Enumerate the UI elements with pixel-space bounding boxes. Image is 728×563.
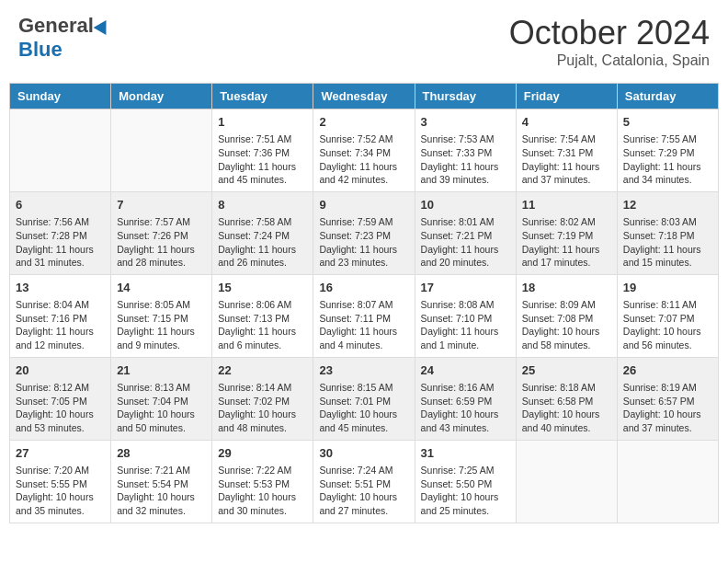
- calendar-week-row: 27Sunrise: 7:20 AM Sunset: 5:55 PM Dayli…: [10, 440, 719, 523]
- day-header-tuesday: Tuesday: [212, 84, 313, 109]
- logo-general-text: General: [18, 14, 94, 38]
- page-header: General Blue October 2024 Pujalt, Catalo…: [9, 9, 719, 74]
- day-info: Sunrise: 8:15 AM Sunset: 7:01 PM Dayligh…: [319, 381, 408, 435]
- day-number: 3: [421, 114, 510, 131]
- day-number: 4: [522, 114, 611, 131]
- location: Pujalt, Catalonia, Spain: [509, 52, 710, 69]
- calendar-day-cell: 5Sunrise: 7:55 AM Sunset: 7:29 PM Daylig…: [617, 109, 718, 192]
- day-info: Sunrise: 8:04 AM Sunset: 7:16 PM Dayligh…: [16, 298, 105, 352]
- day-info: Sunrise: 8:09 AM Sunset: 7:08 PM Dayligh…: [522, 298, 611, 352]
- calendar-day-cell: 18Sunrise: 8:09 AM Sunset: 7:08 PM Dayli…: [516, 274, 617, 357]
- day-number: 10: [421, 197, 510, 213]
- day-info: Sunrise: 8:11 AM Sunset: 7:07 PM Dayligh…: [623, 298, 712, 352]
- logo: General Blue: [18, 14, 110, 62]
- day-header-thursday: Thursday: [415, 84, 516, 109]
- calendar-day-cell: [516, 440, 617, 523]
- calendar-day-cell: 9Sunrise: 7:59 AM Sunset: 7:23 PM Daylig…: [313, 191, 415, 274]
- day-info: Sunrise: 8:07 AM Sunset: 7:11 PM Dayligh…: [319, 298, 408, 352]
- calendar-day-cell: 24Sunrise: 8:16 AM Sunset: 6:59 PM Dayli…: [415, 357, 516, 440]
- day-number: 7: [117, 197, 206, 213]
- day-info: Sunrise: 7:59 AM Sunset: 7:23 PM Dayligh…: [319, 215, 408, 270]
- day-info: Sunrise: 8:18 AM Sunset: 6:58 PM Dayligh…: [522, 381, 611, 435]
- day-info: Sunrise: 8:03 AM Sunset: 7:18 PM Dayligh…: [623, 215, 712, 270]
- calendar-day-cell: 2Sunrise: 7:52 AM Sunset: 7:34 PM Daylig…: [313, 109, 415, 192]
- day-info: Sunrise: 7:58 AM Sunset: 7:24 PM Dayligh…: [218, 215, 307, 270]
- day-number: 22: [218, 362, 307, 379]
- day-info: Sunrise: 7:52 AM Sunset: 7:34 PM Dayligh…: [319, 132, 408, 187]
- day-number: 30: [319, 445, 408, 462]
- day-number: 31: [421, 445, 510, 462]
- calendar-day-cell: 28Sunrise: 7:21 AM Sunset: 5:54 PM Dayli…: [111, 440, 212, 523]
- day-info: Sunrise: 8:06 AM Sunset: 7:13 PM Dayligh…: [218, 298, 307, 352]
- calendar-day-cell: 6Sunrise: 7:56 AM Sunset: 7:28 PM Daylig…: [10, 191, 111, 274]
- day-number: 20: [16, 362, 105, 379]
- day-number: 26: [623, 362, 712, 379]
- calendar-week-row: 6Sunrise: 7:56 AM Sunset: 7:28 PM Daylig…: [10, 191, 719, 274]
- calendar-day-cell: 22Sunrise: 8:14 AM Sunset: 7:02 PM Dayli…: [212, 357, 313, 440]
- day-info: Sunrise: 7:24 AM Sunset: 5:51 PM Dayligh…: [319, 464, 408, 518]
- calendar-day-cell: 21Sunrise: 8:13 AM Sunset: 7:04 PM Dayli…: [111, 357, 212, 440]
- calendar-day-cell: [111, 109, 212, 192]
- day-header-friday: Friday: [516, 84, 617, 109]
- day-info: Sunrise: 7:53 AM Sunset: 7:33 PM Dayligh…: [421, 132, 510, 187]
- day-header-wednesday: Wednesday: [313, 84, 415, 109]
- title-area: October 2024 Pujalt, Catalonia, Spain: [509, 14, 710, 69]
- calendar-day-cell: 29Sunrise: 7:22 AM Sunset: 5:53 PM Dayli…: [212, 440, 313, 523]
- day-info: Sunrise: 7:54 AM Sunset: 7:31 PM Dayligh…: [522, 132, 611, 187]
- day-number: 28: [117, 445, 206, 462]
- day-number: 9: [319, 197, 408, 213]
- day-info: Sunrise: 8:16 AM Sunset: 6:59 PM Dayligh…: [421, 381, 510, 435]
- calendar-day-cell: 12Sunrise: 8:03 AM Sunset: 7:18 PM Dayli…: [617, 191, 718, 274]
- day-number: 5: [623, 114, 712, 131]
- day-info: Sunrise: 7:51 AM Sunset: 7:36 PM Dayligh…: [218, 132, 307, 187]
- day-number: 16: [319, 280, 408, 296]
- day-number: 19: [623, 280, 712, 296]
- day-header-sunday: Sunday: [10, 84, 111, 109]
- calendar-day-cell: 3Sunrise: 7:53 AM Sunset: 7:33 PM Daylig…: [415, 109, 516, 192]
- calendar-day-cell: 1Sunrise: 7:51 AM Sunset: 7:36 PM Daylig…: [212, 109, 313, 192]
- calendar-week-row: 13Sunrise: 8:04 AM Sunset: 7:16 PM Dayli…: [10, 274, 719, 357]
- calendar-day-cell: 16Sunrise: 8:07 AM Sunset: 7:11 PM Dayli…: [313, 274, 415, 357]
- calendar-day-cell: [10, 109, 111, 192]
- calendar-day-cell: 14Sunrise: 8:05 AM Sunset: 7:15 PM Dayli…: [111, 274, 212, 357]
- logo-triangle-icon: [94, 17, 113, 35]
- day-info: Sunrise: 7:22 AM Sunset: 5:53 PM Dayligh…: [218, 464, 307, 518]
- day-info: Sunrise: 8:14 AM Sunset: 7:02 PM Dayligh…: [218, 381, 307, 435]
- calendar-day-cell: 30Sunrise: 7:24 AM Sunset: 5:51 PM Dayli…: [313, 440, 415, 523]
- calendar-week-row: 20Sunrise: 8:12 AM Sunset: 7:05 PM Dayli…: [10, 357, 719, 440]
- day-info: Sunrise: 8:19 AM Sunset: 6:57 PM Dayligh…: [623, 381, 712, 435]
- day-number: 29: [218, 445, 307, 462]
- day-number: 1: [218, 114, 307, 131]
- day-header-saturday: Saturday: [617, 84, 718, 109]
- day-number: 11: [522, 197, 611, 213]
- day-number: 12: [623, 197, 712, 213]
- day-number: 15: [218, 280, 307, 296]
- day-info: Sunrise: 8:08 AM Sunset: 7:10 PM Dayligh…: [421, 298, 510, 352]
- calendar-day-cell: 19Sunrise: 8:11 AM Sunset: 7:07 PM Dayli…: [617, 274, 718, 357]
- day-number: 2: [319, 114, 408, 131]
- day-info: Sunrise: 7:25 AM Sunset: 5:50 PM Dayligh…: [421, 464, 510, 518]
- day-number: 17: [421, 280, 510, 296]
- day-number: 21: [117, 362, 206, 379]
- calendar-table: SundayMondayTuesdayWednesdayThursdayFrid…: [9, 83, 719, 523]
- day-number: 14: [117, 280, 206, 296]
- day-number: 24: [421, 362, 510, 379]
- day-info: Sunrise: 7:55 AM Sunset: 7:29 PM Dayligh…: [623, 132, 712, 187]
- day-info: Sunrise: 8:05 AM Sunset: 7:15 PM Dayligh…: [117, 298, 206, 352]
- day-number: 27: [16, 445, 105, 462]
- calendar-day-cell: 10Sunrise: 8:01 AM Sunset: 7:21 PM Dayli…: [415, 191, 516, 274]
- calendar-day-cell: 13Sunrise: 8:04 AM Sunset: 7:16 PM Dayli…: [10, 274, 111, 357]
- calendar-day-cell: 4Sunrise: 7:54 AM Sunset: 7:31 PM Daylig…: [516, 109, 617, 192]
- month-title: October 2024: [509, 14, 710, 52]
- day-number: 18: [522, 280, 611, 296]
- day-info: Sunrise: 7:57 AM Sunset: 7:26 PM Dayligh…: [117, 215, 206, 270]
- calendar-day-cell: 11Sunrise: 8:02 AM Sunset: 7:19 PM Dayli…: [516, 191, 617, 274]
- logo-blue-text: Blue: [18, 38, 63, 61]
- day-info: Sunrise: 8:01 AM Sunset: 7:21 PM Dayligh…: [421, 215, 510, 270]
- calendar-week-row: 1Sunrise: 7:51 AM Sunset: 7:36 PM Daylig…: [10, 109, 719, 192]
- day-info: Sunrise: 8:12 AM Sunset: 7:05 PM Dayligh…: [16, 381, 105, 435]
- calendar-day-cell: 20Sunrise: 8:12 AM Sunset: 7:05 PM Dayli…: [10, 357, 111, 440]
- calendar-day-cell: 23Sunrise: 8:15 AM Sunset: 7:01 PM Dayli…: [313, 357, 415, 440]
- calendar-day-cell: 7Sunrise: 7:57 AM Sunset: 7:26 PM Daylig…: [111, 191, 212, 274]
- calendar-day-cell: 25Sunrise: 8:18 AM Sunset: 6:58 PM Dayli…: [516, 357, 617, 440]
